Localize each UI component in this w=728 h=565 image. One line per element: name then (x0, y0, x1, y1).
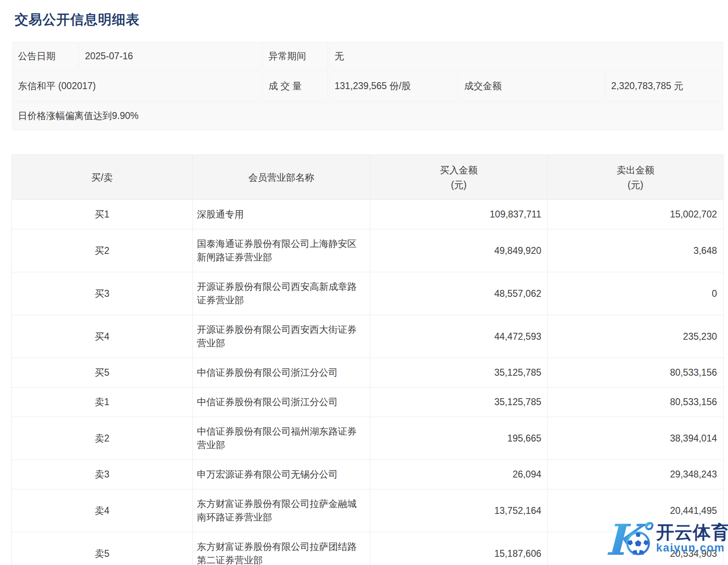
row-side: 卖2 (12, 417, 193, 460)
row-sell-amount: 38,394,014 (548, 417, 724, 460)
row-sell-amount: 20,441,495 (548, 489, 724, 532)
row-side: 买1 (12, 200, 193, 229)
table-row: 买1 深股通专用 109,837,711 15,002,702 (12, 200, 724, 229)
broker-table: 买/卖 会员营业部名称 买入金额 (元) 卖出金额 (元) 买1 深股通专用 1… (11, 155, 724, 565)
row-side: 卖3 (12, 460, 193, 489)
row-buy-amount: 44,472,593 (370, 315, 548, 358)
row-buy-amount: 49,849,920 (370, 229, 548, 272)
col-header-buy-line1: 买入金额 (371, 163, 547, 177)
summary-row-date: 公告日期 2025-07-16 异常期间 无 (12, 42, 723, 70)
row-side: 买5 (12, 358, 193, 388)
volume-label: 成 交 量 (263, 71, 328, 101)
turnover-label: 成交金额 (458, 71, 605, 101)
row-sell-amount: 3,648 (548, 229, 724, 272)
row-branch: 开源证券股份有限公司西安西大街证券营业部 (193, 315, 370, 358)
row-buy-amount: 13,752,164 (370, 489, 548, 532)
table-row: 买5 中信证券股份有限公司浙江分公司 35,125,785 80,533,156 (12, 358, 724, 388)
table-row: 卖1 中信证券股份有限公司浙江分公司 35,125,785 80,533,156 (12, 388, 724, 417)
broker-table-header-row: 买/卖 会员营业部名称 买入金额 (元) 卖出金额 (元) (12, 155, 724, 200)
trade-disclosure-page: 交易公开信息明细表 公告日期 2025-07-16 异常期间 无 东信和平 (0… (0, 0, 728, 565)
table-row: 买2 国泰海通证券股份有限公司上海静安区新闸路证券营业部 49,849,920 … (12, 229, 724, 272)
row-branch: 深股通专用 (193, 200, 370, 229)
row-sell-amount: 80,533,156 (548, 358, 724, 388)
row-branch: 东方财富证券股份有限公司拉萨团结路第二证券营业部 (193, 532, 370, 565)
row-branch: 中信证券股份有限公司浙江分公司 (193, 388, 370, 417)
row-sell-amount: 15,002,702 (548, 200, 724, 229)
col-header-sell-line2: (元) (548, 177, 723, 192)
summary-row-note: 日价格涨幅偏离值达到9.90% (12, 102, 723, 130)
row-buy-amount: 26,094 (370, 460, 548, 489)
volume-value: 131,239,565 份/股 (329, 71, 458, 101)
row-sell-amount: 0 (548, 272, 724, 315)
turnover-value: 2,320,783,785 元 (605, 71, 723, 101)
summary-table: 公告日期 2025-07-16 异常期间 无 东信和平 (002017) 成 交… (11, 41, 724, 131)
table-row: 卖4 东方财富证券股份有限公司拉萨金融城南环路证券营业部 13,752,164 … (12, 489, 724, 532)
table-row: 卖5 东方财富证券股份有限公司拉萨团结路第二证券营业部 15,187,606 2… (12, 532, 724, 565)
table-row: 卖2 中信证券股份有限公司福州湖东路证券营业部 195,665 38,394,0… (12, 417, 724, 460)
page-title: 交易公开信息明细表 (15, 11, 140, 29)
row-branch: 东方财富证券股份有限公司拉萨金融城南环路证券营业部 (193, 489, 370, 532)
row-buy-amount: 195,665 (370, 417, 548, 460)
col-header-buy-line2: (元) (371, 177, 547, 192)
row-branch: 中信证券股份有限公司福州湖东路证券营业部 (193, 417, 370, 460)
col-header-side: 买/卖 (12, 155, 193, 200)
row-sell-amount: 29,348,243 (548, 460, 724, 489)
row-sell-amount: 80,533,156 (548, 388, 724, 417)
summary-row-stock: 东信和平 (002017) 成 交 量 131,239,565 份/股 成交金额… (12, 71, 723, 101)
abnormal-period-value: 无 (329, 42, 723, 70)
row-branch: 国泰海通证券股份有限公司上海静安区新闸路证券营业部 (193, 229, 370, 272)
row-side: 卖1 (12, 388, 193, 417)
price-deviation-note: 日价格涨幅偏离值达到9.90% (12, 102, 723, 130)
row-side: 卖4 (12, 489, 193, 532)
row-buy-amount: 35,125,785 (370, 358, 548, 388)
col-header-sell: 卖出金额 (元) (548, 155, 724, 200)
row-branch: 申万宏源证券有限公司无锡分公司 (193, 460, 370, 489)
row-buy-amount: 35,125,785 (370, 388, 548, 417)
col-header-branch: 会员营业部名称 (193, 155, 370, 200)
row-branch: 中信证券股份有限公司浙江分公司 (193, 358, 370, 388)
row-branch: 开源证券股份有限公司西安高新成章路证券营业部 (193, 272, 370, 315)
announce-date-value: 2025-07-16 (79, 42, 262, 70)
abnormal-period-label: 异常期间 (263, 42, 328, 70)
announce-date-label: 公告日期 (12, 42, 78, 70)
row-sell-amount: 20,534,903 (548, 532, 724, 565)
table-row: 买4 开源证券股份有限公司西安西大街证券营业部 44,472,593 235,2… (12, 315, 724, 358)
row-side: 买2 (12, 229, 193, 272)
table-row: 卖3 申万宏源证券有限公司无锡分公司 26,094 29,348,243 (12, 460, 724, 489)
stock-name: 东信和平 (002017) (12, 71, 262, 101)
table-row: 买3 开源证券股份有限公司西安高新成章路证券营业部 48,557,062 0 (12, 272, 724, 315)
row-side: 买4 (12, 315, 193, 358)
row-buy-amount: 109,837,711 (370, 200, 548, 229)
row-buy-amount: 48,557,062 (370, 272, 548, 315)
row-sell-amount: 235,230 (548, 315, 724, 358)
row-side: 卖5 (12, 532, 193, 565)
col-header-sell-line1: 卖出金额 (548, 163, 723, 177)
col-header-buy: 买入金额 (元) (370, 155, 548, 200)
row-buy-amount: 15,187,606 (370, 532, 548, 565)
row-side: 买3 (12, 272, 193, 315)
